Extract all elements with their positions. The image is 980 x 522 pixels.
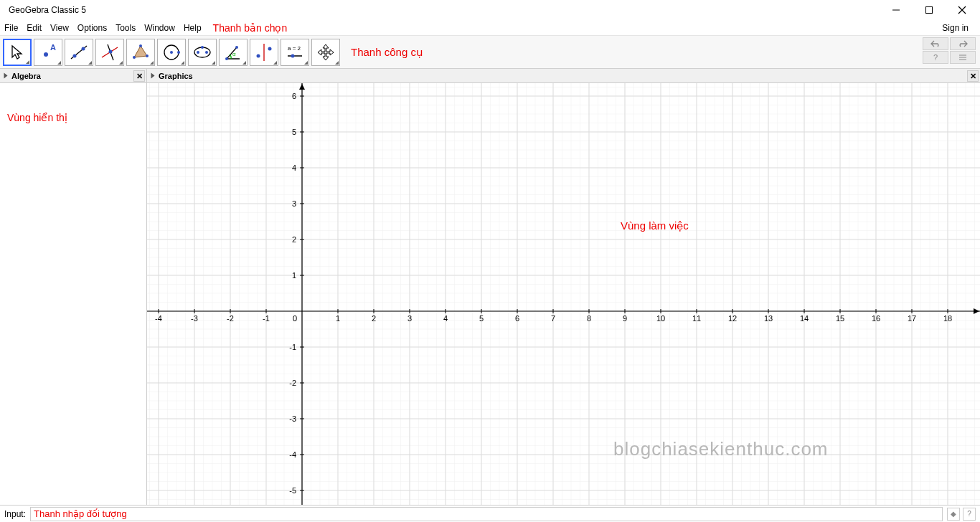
svg-text:-3: -3 xyxy=(289,414,296,423)
svg-point-27 xyxy=(205,51,208,54)
svg-marker-222 xyxy=(974,308,979,314)
collapse-icon[interactable] xyxy=(4,73,8,79)
tool-move[interactable] xyxy=(3,39,32,66)
graphics-title: Graphics xyxy=(159,72,193,80)
menu-options[interactable]: Options xyxy=(77,23,107,33)
svg-point-21 xyxy=(146,54,149,57)
svg-text:6: 6 xyxy=(515,314,519,323)
svg-point-10 xyxy=(44,52,48,57)
svg-text:A: A xyxy=(50,43,56,52)
svg-text:14: 14 xyxy=(800,314,809,323)
svg-text:-3: -3 xyxy=(191,314,198,323)
algebra-annotation: Vùng hiển thị xyxy=(7,112,67,123)
svg-text:5: 5 xyxy=(479,314,484,323)
window-controls xyxy=(880,0,979,20)
svg-point-28 xyxy=(201,46,204,49)
graphics-panel: Graphics ✕ -4-3-2-1012345678910111213141… xyxy=(147,69,980,505)
help-icon[interactable]: ? xyxy=(923,51,948,64)
input-help-icon[interactable]: ? xyxy=(963,508,976,521)
svg-text:7: 7 xyxy=(551,314,555,323)
input-history-icon[interactable]: ◆ xyxy=(947,508,960,521)
tool-point[interactable]: A xyxy=(34,39,62,66)
svg-text:2: 2 xyxy=(292,235,296,244)
svg-text:-1: -1 xyxy=(289,343,296,351)
svg-marker-18 xyxy=(134,46,147,57)
graphics-annotation: Vùng làm việc xyxy=(621,219,689,232)
svg-text:0: 0 xyxy=(293,314,297,323)
svg-text:11: 11 xyxy=(692,314,701,323)
svg-point-26 xyxy=(197,51,199,54)
svg-point-24 xyxy=(177,51,180,54)
tool-perpendicular[interactable] xyxy=(95,39,124,66)
svg-text:13: 13 xyxy=(764,314,773,323)
tool-reflect[interactable] xyxy=(250,39,278,66)
menubar: File Edit View Options Tools Window Help… xyxy=(0,20,980,36)
input-field[interactable] xyxy=(30,507,943,521)
toolbar-annotation: Thanh công cụ xyxy=(351,46,423,59)
collapse-icon[interactable] xyxy=(151,73,155,79)
signin-link[interactable]: Sign in xyxy=(942,23,969,33)
svg-point-20 xyxy=(139,44,142,47)
svg-point-17 xyxy=(109,49,113,53)
svg-point-13 xyxy=(73,54,77,57)
tool-ellipse[interactable] xyxy=(188,39,217,66)
tool-polygon[interactable] xyxy=(126,39,155,66)
toolbar-right-group: ? xyxy=(923,37,976,64)
tool-move-view[interactable] xyxy=(311,39,340,66)
svg-text:15: 15 xyxy=(836,314,844,323)
menu-edit[interactable]: Edit xyxy=(27,23,42,33)
graphics-canvas[interactable]: -4-3-2-101234567891011121314151617186543… xyxy=(147,83,980,505)
svg-point-37 xyxy=(291,54,295,57)
svg-marker-223 xyxy=(299,84,305,90)
graphics-close-button[interactable]: ✕ xyxy=(967,70,979,82)
maximize-button[interactable] xyxy=(913,0,946,20)
close-button[interactable] xyxy=(946,0,979,20)
algebra-title: Algebra xyxy=(11,72,41,80)
toolbar: A α a = 2 Thanh công cụ ? xyxy=(0,36,980,69)
algebra-header[interactable]: Algebra ✕ xyxy=(0,69,146,83)
svg-point-29 xyxy=(225,57,228,60)
svg-text:17: 17 xyxy=(908,314,916,323)
undo-button[interactable] xyxy=(923,37,948,50)
tool-angle[interactable]: α xyxy=(219,39,248,66)
tool-circle[interactable] xyxy=(157,39,186,66)
svg-text:6: 6 xyxy=(292,92,296,100)
menu-view[interactable]: View xyxy=(50,23,69,33)
redo-button[interactable] xyxy=(950,37,976,50)
svg-text:4: 4 xyxy=(292,163,296,172)
svg-text:5: 5 xyxy=(292,128,296,136)
tool-slider[interactable]: a = 2 xyxy=(281,39,309,66)
graphics-header[interactable]: Graphics ✕ xyxy=(147,69,980,83)
input-bar: Input: ◆ ? xyxy=(0,505,980,522)
algebra-body[interactable]: Vùng hiển thị xyxy=(0,83,146,505)
watermark-text: blogchiasekienthuc.com xyxy=(613,438,829,460)
minimize-button[interactable] xyxy=(880,0,913,20)
svg-text:8: 8 xyxy=(587,314,591,323)
svg-text:-1: -1 xyxy=(263,314,270,323)
svg-text:18: 18 xyxy=(943,314,952,323)
input-label: Input: xyxy=(0,509,30,519)
svg-point-34 xyxy=(268,47,272,50)
menu-file[interactable]: File xyxy=(4,23,18,33)
svg-point-14 xyxy=(82,47,85,50)
menubar-annotation: Thanh bản chọn xyxy=(213,22,288,34)
svg-text:-4: -4 xyxy=(289,450,296,459)
svg-point-19 xyxy=(133,56,136,59)
svg-text:2: 2 xyxy=(372,314,376,323)
coordinate-grid[interactable]: -4-3-2-101234567891011121314151617186543… xyxy=(147,83,980,505)
app-title: GeoGebra Classic 5 xyxy=(9,5,86,15)
svg-point-23 xyxy=(170,51,173,54)
algebra-close-button[interactable]: ✕ xyxy=(133,70,145,82)
tool-line[interactable] xyxy=(65,39,93,66)
svg-text:10: 10 xyxy=(656,314,665,323)
svg-text:-2: -2 xyxy=(227,314,234,323)
menu-tools[interactable]: Tools xyxy=(116,23,136,33)
svg-text:1: 1 xyxy=(336,314,340,323)
menu-window[interactable]: Window xyxy=(144,23,175,33)
svg-text:1: 1 xyxy=(292,271,296,280)
menu-3lines-icon[interactable] xyxy=(950,51,976,64)
svg-rect-7 xyxy=(926,7,933,14)
titlebar: GeoGebra Classic 5 xyxy=(0,0,980,20)
menu-help[interactable]: Help xyxy=(184,23,202,33)
svg-text:-5: -5 xyxy=(289,486,296,495)
